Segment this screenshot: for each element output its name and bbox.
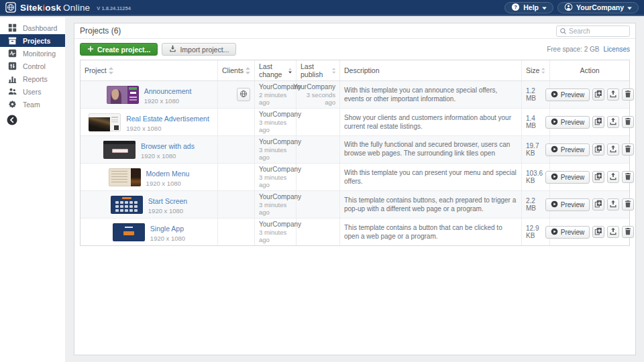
column-header-label: Last publish [301, 62, 330, 78]
sidebar-item-team[interactable]: Team [0, 98, 65, 111]
last-change-user: YourCompany [259, 83, 292, 90]
project-thumbnail[interactable] [111, 196, 143, 214]
project-description: With this template you can present your … [344, 168, 517, 186]
column-header-action[interactable]: Action [550, 60, 629, 80]
delete-button[interactable] [622, 143, 634, 156]
column-header-last-change[interactable]: Last change [255, 60, 297, 80]
chevron-down-icon [542, 3, 547, 11]
project-name-link[interactable]: Browser with ads [141, 142, 195, 150]
last-publish-cell [297, 109, 340, 135]
import-icon [169, 45, 176, 54]
delete-button[interactable] [622, 226, 634, 238]
project-size: 1.2 MB [526, 87, 545, 102]
preview-button[interactable]: Preview [545, 226, 590, 239]
project-thumbnail[interactable] [103, 141, 136, 159]
preview-button[interactable]: Preview [545, 88, 590, 101]
copy-plus-icon [594, 172, 602, 182]
create-project-button[interactable]: Create project... [80, 43, 158, 56]
project-description: With the fully functional and secured br… [344, 140, 517, 159]
licenses-link[interactable]: Licenses [604, 46, 630, 53]
sidebar-item-dashboard[interactable]: Dashboard [0, 21, 65, 34]
play-circle-icon [551, 200, 558, 209]
project-name-link[interactable]: Start Screen [148, 197, 187, 205]
sort-icon[interactable] [246, 67, 250, 74]
preview-button[interactable]: Preview [545, 171, 590, 184]
export-button[interactable] [607, 171, 619, 183]
export-button[interactable] [607, 143, 619, 156]
project-thumbnail[interactable] [113, 223, 145, 241]
project-resolution: 1920 x 1080 [144, 97, 192, 105]
last-change-time: 2 minutes ago [259, 91, 292, 106]
sidebar-item-projects[interactable]: Projects [0, 34, 65, 47]
project-thumbnail[interactable] [89, 113, 121, 131]
sidebar-item-reports[interactable]: Reports [0, 72, 65, 85]
help-button[interactable]: ? Help [504, 2, 553, 13]
duplicate-button[interactable] [592, 88, 604, 101]
sort-icon[interactable] [109, 67, 113, 74]
sidebar-item-users[interactable]: Users [0, 85, 65, 98]
sidebar-item-label: Reports [23, 75, 48, 83]
trash-icon [624, 90, 632, 100]
export-button[interactable] [607, 116, 619, 128]
column-header-project[interactable]: Project [80, 60, 218, 80]
preview-label: Preview [561, 201, 585, 208]
preview-button[interactable]: Preview [545, 143, 590, 156]
sort-icon[interactable] [332, 67, 335, 74]
sidebar-item-control[interactable]: Control [0, 60, 65, 72]
globe-icon [239, 90, 248, 100]
duplicate-button[interactable] [592, 198, 604, 210]
assigned-clients-button[interactable] [237, 88, 250, 101]
project-cell: Modern Menu 1920 x 1080 [80, 164, 218, 190]
sidebar-collapse-button[interactable] [7, 115, 17, 125]
table-row: Start Screen 1920 x 1080 YourCompany 3 m… [80, 191, 629, 219]
column-header-clients[interactable]: Clients [218, 60, 255, 80]
projects-icon [8, 36, 17, 45]
preview-button[interactable]: Preview [545, 198, 590, 211]
copy-plus-icon [594, 145, 602, 155]
duplicate-button[interactable] [592, 226, 604, 238]
play-circle-icon [551, 90, 558, 99]
delete-button[interactable] [622, 198, 634, 210]
project-resolution: 1920 x 1080 [141, 152, 195, 160]
action-cell: Preview [550, 81, 629, 108]
last-change-cell: YourCompany 3 minutes ago [255, 164, 297, 190]
project-description: Show your clients and customers informat… [344, 113, 517, 131]
delete-button[interactable] [622, 88, 634, 101]
project-name-link[interactable]: Single App [150, 225, 184, 233]
sidebar-item-label: Team [23, 101, 40, 109]
duplicate-button[interactable] [592, 116, 604, 128]
delete-button[interactable] [622, 116, 634, 128]
table-row: Single App 1920 x 1080 YourCompany 3 min… [80, 219, 629, 245]
project-thumbnail[interactable] [109, 168, 141, 186]
column-header-description[interactable]: Description [340, 60, 522, 80]
account-menu-button[interactable]: YourCompany [557, 2, 639, 13]
column-header-last-publish[interactable]: Last publish [297, 60, 340, 80]
last-publish-user: YourCompany [293, 83, 335, 90]
copy-plus-icon [594, 90, 602, 100]
column-header-size[interactable]: Size [522, 60, 550, 80]
sort-icon[interactable] [541, 67, 545, 74]
users-icon [8, 87, 17, 96]
project-cell: Announcement 1920 x 1080 [80, 81, 218, 108]
project-name-link[interactable]: Real Estate Advertisement [126, 115, 209, 123]
search-input[interactable] [569, 27, 627, 35]
import-project-button[interactable]: Import project... [162, 43, 236, 56]
last-publish-cell [297, 191, 340, 218]
export-button[interactable] [607, 198, 619, 210]
last-change-time: 3 minutes ago [259, 146, 292, 161]
project-cell: Start Screen 1920 x 1080 [80, 191, 218, 218]
export-button[interactable] [607, 226, 619, 238]
import-project-label: Import project... [180, 46, 229, 54]
export-button[interactable] [607, 88, 619, 101]
duplicate-button[interactable] [592, 171, 604, 183]
project-name-link[interactable]: Announcement [144, 87, 192, 95]
project-thumbnail[interactable] [107, 86, 139, 104]
sidebar-item-monitoring[interactable]: Monitoring [0, 47, 65, 60]
search-icon [559, 25, 567, 38]
sort-icon[interactable] [288, 67, 292, 74]
project-name-link[interactable]: Modern Menu [146, 170, 190, 178]
delete-button[interactable] [622, 171, 634, 183]
help-label: Help [523, 3, 539, 11]
duplicate-button[interactable] [592, 143, 604, 156]
preview-button[interactable]: Preview [545, 116, 590, 129]
